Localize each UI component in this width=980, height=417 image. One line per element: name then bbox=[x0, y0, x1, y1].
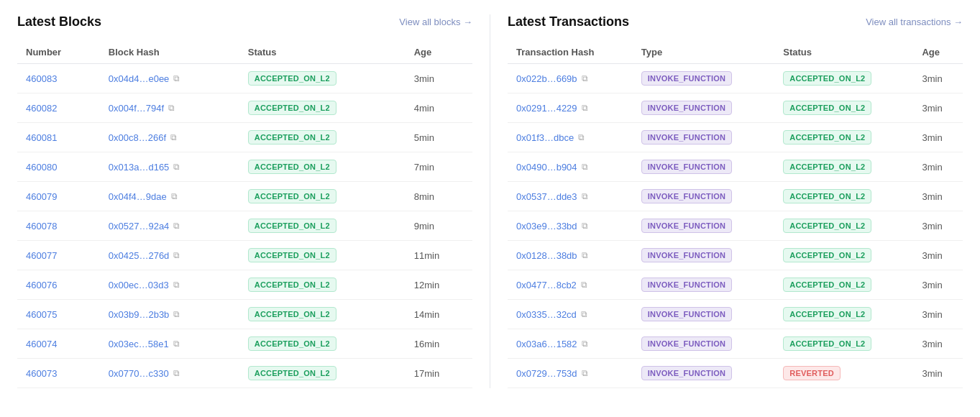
copy-icon[interactable]: ⧉ bbox=[581, 280, 587, 290]
status-badge: ACCEPTED_ON_L2 bbox=[248, 71, 336, 86]
block-hash-link[interactable]: 0x00ec…03d3 bbox=[109, 280, 169, 290]
block-hash-link[interactable]: 0x013a…d165 bbox=[109, 162, 170, 173]
status-badge: ACCEPTED_ON_L2 bbox=[248, 219, 336, 233]
block-number-cell[interactable]: 460074 bbox=[17, 329, 100, 359]
block-hash-link[interactable]: 0x0770…c330 bbox=[109, 368, 169, 379]
copy-icon[interactable]: ⧉ bbox=[173, 339, 180, 349]
tx-hash-cell: 0x0537…dde3 ⧉ bbox=[508, 182, 633, 211]
block-age-cell: 17min bbox=[406, 359, 472, 388]
tx-hash-cell: 0x0291…4229 ⧉ bbox=[508, 93, 633, 123]
table-row: 460076 0x00ec…03d3 ⧉ ACCEPTED_ON_L2 12mi… bbox=[17, 270, 472, 300]
tx-hash-link[interactable]: 0x0335…32cd bbox=[516, 309, 577, 320]
block-number-cell[interactable]: 460077 bbox=[17, 241, 100, 270]
copy-icon[interactable]: ⧉ bbox=[582, 191, 588, 201]
block-hash-link[interactable]: 0x03ec…58e1 bbox=[109, 339, 169, 349]
col-status: Status bbox=[239, 41, 406, 64]
copy-icon[interactable]: ⧉ bbox=[582, 250, 588, 260]
copy-icon[interactable]: ⧉ bbox=[173, 368, 180, 378]
copy-icon[interactable]: ⧉ bbox=[582, 103, 588, 113]
block-hash-link[interactable]: 0x03b9…2b3b bbox=[109, 309, 170, 320]
block-number-cell[interactable]: 460079 bbox=[17, 182, 100, 211]
tx-hash-link[interactable]: 0x0128…38db bbox=[516, 250, 577, 261]
copy-icon[interactable]: ⧉ bbox=[173, 309, 180, 319]
copy-icon[interactable]: ⧉ bbox=[170, 132, 177, 142]
status-badge: ACCEPTED_ON_L2 bbox=[783, 160, 871, 174]
table-row: 0x0335…32cd ⧉ INVOKE_FUNCTION ACCEPTED_O… bbox=[508, 300, 963, 329]
block-age-cell: 9min bbox=[406, 211, 472, 241]
tx-type-cell: INVOKE_FUNCTION bbox=[633, 211, 774, 241]
block-hash-cell: 0x0770…c330 ⧉ bbox=[100, 359, 239, 388]
copy-icon[interactable]: ⧉ bbox=[582, 221, 588, 231]
tx-age-cell: 3min bbox=[913, 93, 963, 123]
block-hash-link[interactable]: 0x04d4…e0ee bbox=[109, 73, 170, 84]
table-row: 0x0128…38db ⧉ INVOKE_FUNCTION ACCEPTED_O… bbox=[508, 241, 963, 270]
block-status-cell: ACCEPTED_ON_L2 bbox=[239, 152, 406, 182]
tx-hash-link[interactable]: 0x0291…4229 bbox=[516, 103, 577, 114]
tx-hash-link[interactable]: 0x0477…8cb2 bbox=[516, 280, 577, 290]
tx-age-cell: 3min bbox=[913, 123, 963, 152]
block-number-cell[interactable]: 460080 bbox=[17, 152, 100, 182]
blocks-table-header-row: Number Block Hash Status Age bbox=[17, 41, 472, 64]
tx-hash-link[interactable]: 0x01f3…dbce bbox=[516, 132, 574, 143]
tx-hash-link[interactable]: 0x022b…669b bbox=[516, 73, 577, 84]
tx-hash-link[interactable]: 0x0537…dde3 bbox=[516, 191, 577, 202]
block-number-cell[interactable]: 460073 bbox=[17, 359, 100, 388]
table-row: 460078 0x0527…92a4 ⧉ ACCEPTED_ON_L2 9min bbox=[17, 211, 472, 241]
block-hash-cell: 0x004f…794f ⧉ bbox=[100, 93, 239, 123]
status-badge: ACCEPTED_ON_L2 bbox=[248, 248, 336, 262]
copy-icon[interactable]: ⧉ bbox=[173, 280, 180, 290]
copy-icon[interactable]: ⧉ bbox=[582, 339, 588, 349]
tx-hash-link[interactable]: 0x03a6…1582 bbox=[516, 339, 577, 349]
copy-icon[interactable]: ⧉ bbox=[173, 73, 180, 83]
tx-status-cell: ACCEPTED_ON_L2 bbox=[774, 241, 913, 270]
tx-type-cell: INVOKE_FUNCTION bbox=[633, 123, 774, 152]
block-hash-link[interactable]: 0x004f…794f bbox=[109, 103, 164, 114]
block-hash-link[interactable]: 0x0527…92a4 bbox=[109, 221, 170, 232]
tx-hash-cell: 0x0477…8cb2 ⧉ bbox=[508, 270, 633, 300]
copy-icon[interactable]: ⧉ bbox=[168, 103, 175, 113]
tx-hash-link[interactable]: 0x0490…b904 bbox=[516, 162, 577, 173]
tx-status-cell: ACCEPTED_ON_L2 bbox=[774, 123, 913, 152]
copy-icon[interactable]: ⧉ bbox=[173, 162, 180, 172]
block-status-cell: ACCEPTED_ON_L2 bbox=[239, 211, 406, 241]
status-badge: ACCEPTED_ON_L2 bbox=[783, 189, 871, 203]
block-hash-link[interactable]: 0x00c8…266f bbox=[109, 132, 166, 143]
copy-icon[interactable]: ⧉ bbox=[173, 221, 180, 231]
transactions-panel-title: Latest Transactions bbox=[508, 14, 629, 29]
copy-icon[interactable]: ⧉ bbox=[582, 162, 588, 172]
block-hash-link[interactable]: 0x0425…276d bbox=[109, 250, 170, 261]
block-number-cell[interactable]: 460081 bbox=[17, 123, 100, 152]
tx-hash-link[interactable]: 0x0729…753d bbox=[516, 368, 577, 379]
block-number-cell[interactable]: 460078 bbox=[17, 211, 100, 241]
view-all-transactions-link[interactable]: View all transactions → bbox=[866, 17, 963, 27]
tx-type-cell: INVOKE_FUNCTION bbox=[633, 182, 774, 211]
col-number: Number bbox=[17, 41, 100, 64]
table-row: 460075 0x03b9…2b3b ⧉ ACCEPTED_ON_L2 14mi… bbox=[17, 300, 472, 329]
block-number-cell[interactable]: 460076 bbox=[17, 270, 100, 300]
block-number-cell[interactable]: 460082 bbox=[17, 93, 100, 123]
copy-icon[interactable]: ⧉ bbox=[173, 250, 180, 260]
block-number-cell[interactable]: 460075 bbox=[17, 300, 100, 329]
copy-icon[interactable]: ⧉ bbox=[582, 368, 588, 378]
tx-age-cell: 3min bbox=[913, 152, 963, 182]
view-all-blocks-link[interactable]: View all blocks → bbox=[399, 17, 472, 27]
panel-divider bbox=[490, 14, 490, 388]
table-row: 0x0729…753d ⧉ INVOKE_FUNCTION REVERTED 3… bbox=[508, 359, 963, 388]
block-number-cell[interactable]: 460083 bbox=[17, 64, 100, 93]
status-badge: ACCEPTED_ON_L2 bbox=[783, 307, 871, 321]
block-hash-cell: 0x04d4…e0ee ⧉ bbox=[100, 64, 239, 93]
block-hash-cell: 0x03ec…58e1 ⧉ bbox=[100, 329, 239, 359]
copy-icon[interactable]: ⧉ bbox=[171, 191, 178, 201]
table-row: 460081 0x00c8…266f ⧉ ACCEPTED_ON_L2 5min bbox=[17, 123, 472, 152]
tx-hash-link[interactable]: 0x03e9…33bd bbox=[516, 221, 577, 232]
tx-hash-cell: 0x0128…38db ⧉ bbox=[508, 241, 633, 270]
copy-icon[interactable]: ⧉ bbox=[581, 309, 587, 319]
copy-icon[interactable]: ⧉ bbox=[582, 73, 588, 83]
block-hash-cell: 0x0425…276d ⧉ bbox=[100, 241, 239, 270]
tx-type-cell: INVOKE_FUNCTION bbox=[633, 152, 774, 182]
block-hash-link[interactable]: 0x04f4…9dae bbox=[109, 191, 167, 202]
copy-icon[interactable]: ⧉ bbox=[578, 132, 585, 142]
tx-status-cell: ACCEPTED_ON_L2 bbox=[774, 329, 913, 359]
tx-hash-cell: 0x022b…669b ⧉ bbox=[508, 64, 633, 93]
tx-hash-cell: 0x0490…b904 ⧉ bbox=[508, 152, 633, 182]
